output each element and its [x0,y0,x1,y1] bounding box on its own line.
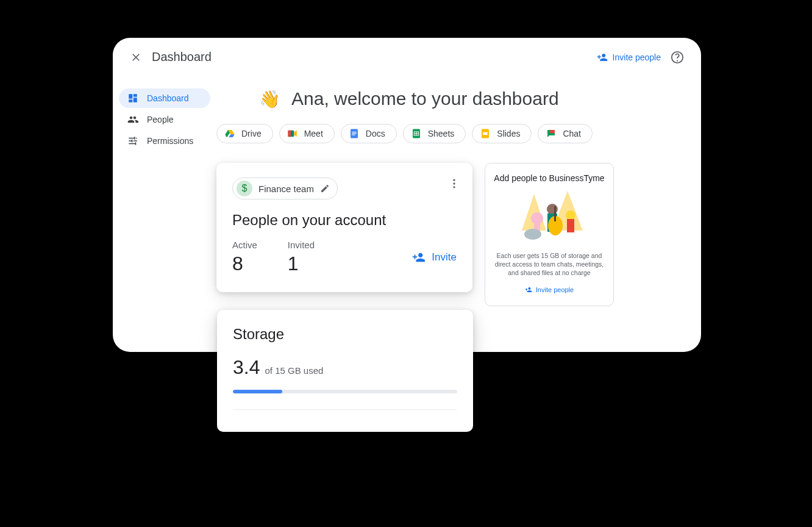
divider [233,409,457,410]
active-label: Active [232,240,257,250]
svg-point-19 [453,186,455,188]
slides-icon [480,128,491,139]
storage-card: Storage 3.4 of 15 GB used [217,310,473,432]
app-chip-label: Drive [241,129,262,138]
storage-used-suffix: of 15 GB used [265,365,323,376]
topbar: Dashboard Invite people [113,38,701,70]
team-name: Finance team [258,184,314,194]
app-chip-drive[interactable]: Drive [216,124,273,143]
app-chip-label: Sheets [428,129,455,138]
docs-icon [349,128,360,139]
app-shortcuts: Drive Meet Docs Sheets Slides [216,124,689,143]
storage-progress-fill [233,390,282,393]
storage-title: Storage [233,326,457,343]
people-card: $ Finance team People on your account Ac… [216,163,472,292]
app-chip-chat[interactable]: Chat [538,124,593,143]
meet-icon [287,128,298,139]
person-add-icon [525,286,532,293]
app-chip-slides[interactable]: Slides [472,124,532,143]
drive-icon [224,128,235,139]
app-chip-label: Slides [497,129,520,138]
sidebar-item-label: People [147,115,174,124]
app-chip-docs[interactable]: Docs [341,124,397,143]
invite-people-button[interactable]: Invite people [597,52,661,63]
sidebar-item-dashboard[interactable]: Dashboard [119,88,210,108]
svg-rect-15 [483,132,488,135]
svg-point-18 [453,182,455,184]
sheets-icon [411,128,422,139]
app-chip-meet[interactable]: Meet [279,124,335,143]
chat-icon [546,128,557,139]
promo-invite-label: Invite people [536,286,574,293]
invited-label: Invited [288,240,315,250]
invite-button[interactable]: Invite [412,251,457,264]
page-title: Dashboard [152,50,212,64]
sidebar: Dashboard People Permissions [113,70,216,352]
app-chip-label: Chat [563,129,581,138]
people-icon [127,114,138,125]
svg-marker-1 [229,135,235,138]
people-card-title: People on your account [232,212,457,229]
invited-stat: Invited 1 [288,240,315,275]
svg-rect-29 [567,219,574,232]
team-selector[interactable]: $ Finance team [232,177,338,199]
invite-button-label: Invite [432,251,457,264]
svg-rect-7 [352,132,357,132]
pencil-icon [320,184,330,193]
promo-invite-link[interactable]: Invite people [525,286,574,293]
sidebar-item-label: Permissions [147,136,193,146]
active-stat: Active 8 [232,240,257,275]
svg-rect-16 [550,130,555,133]
more-menu-icon[interactable] [448,177,460,192]
invite-people-label: Invite people [613,52,661,62]
person-add-icon [597,52,608,63]
close-icon[interactable] [130,51,142,63]
promo-title: Add people to BusinessTyme [494,173,605,183]
svg-rect-27 [554,206,556,221]
promo-description: Each user gets 15 GB of storage and dire… [494,251,605,278]
tune-icon [127,135,138,146]
storage-progress-bar [233,390,457,393]
band-illustration-icon [510,188,589,243]
admin-console-window: Dashboard Invite people Dashboard People [113,38,701,352]
svg-point-30 [524,229,541,240]
app-chip-label: Docs [366,129,385,138]
wave-emoji-icon: 👋 [259,89,280,109]
invited-value: 1 [288,253,315,275]
sidebar-item-people[interactable]: People [119,110,210,129]
app-chip-label: Meet [304,129,323,138]
svg-rect-8 [352,133,357,134]
storage-used-value: 3.4 [233,356,260,379]
add-people-promo-card: Add people to BusinessTyme [485,163,614,306]
welcome-text: Ana, welcome to your dashboard [291,88,559,109]
svg-point-24 [547,204,558,215]
welcome-header: 👋 Ana, welcome to your dashboard [259,88,689,109]
sidebar-item-permissions[interactable]: Permissions [119,131,210,151]
svg-rect-9 [352,135,355,135]
dashboard-icon [127,93,138,104]
svg-point-17 [453,179,455,181]
svg-point-28 [566,210,575,220]
help-icon[interactable] [671,51,684,64]
dollar-icon: $ [237,181,252,196]
sidebar-item-label: Dashboard [147,93,189,103]
app-chip-sheets[interactable]: Sheets [403,124,466,143]
svg-rect-5 [288,131,291,137]
svg-point-22 [531,212,543,224]
person-add-icon [412,251,426,264]
active-value: 8 [232,253,257,275]
svg-marker-4 [294,131,297,137]
